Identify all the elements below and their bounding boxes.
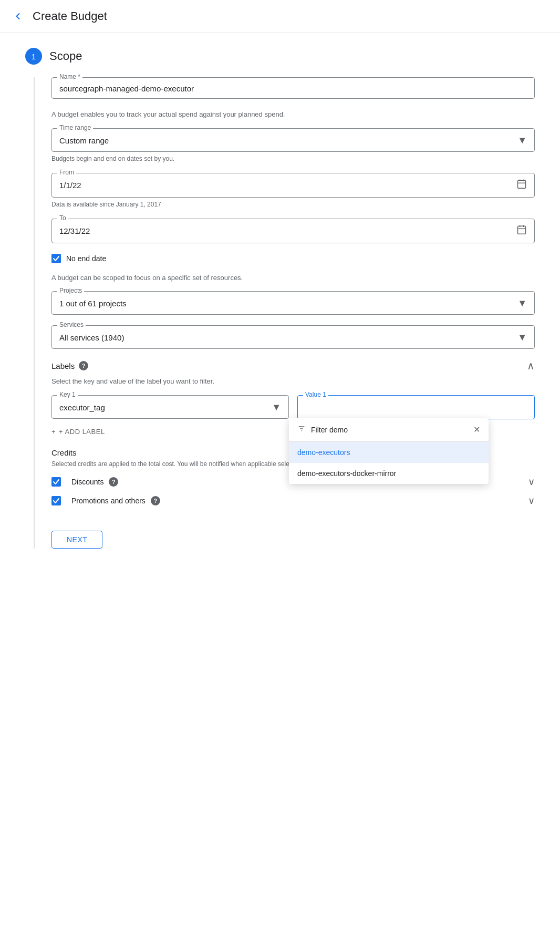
key1-arrow-icon: ▼ — [272, 402, 281, 413]
next-button[interactable]: NEXT — [51, 531, 102, 549]
promotions-label: Promotions and others — [71, 497, 146, 505]
back-button[interactable] — [13, 11, 23, 22]
to-date-field[interactable]: To 12/31/22 — [51, 219, 535, 243]
svg-rect-4 — [518, 226, 526, 234]
discounts-checkbox[interactable] — [51, 477, 61, 487]
section-heading: 1 Scope — [25, 48, 535, 65]
services-select[interactable]: All services (1940) ▼ — [59, 332, 527, 343]
projects-field[interactable]: Projects 1 out of 61 projects ▼ — [51, 291, 535, 315]
services-field-group: Services All services (1940) ▼ — [51, 325, 535, 349]
page-title: Create Budget — [33, 9, 107, 23]
page-header: Create Budget — [0, 0, 560, 33]
services-label: Services — [57, 321, 86, 328]
from-date-field[interactable]: From 1/1/22 — [51, 173, 535, 198]
no-end-date-label: No end date — [66, 254, 106, 263]
value-field: Value 1 — [297, 395, 535, 419]
time-range-hint: Budgets begin and end on dates set by yo… — [51, 155, 535, 162]
time-range-field[interactable]: Time range Custom range ▼ — [51, 128, 535, 152]
time-range-field-group: Time range Custom range ▼ Budgets begin … — [51, 128, 535, 162]
key-value-row: Key 1 executor_tag ▼ Value 1 — [51, 395, 535, 419]
from-hint: Data is available since January 1, 2017 — [51, 201, 535, 208]
key-field: Key 1 executor_tag ▼ — [51, 395, 289, 419]
discounts-label: Discounts — [71, 478, 103, 486]
projects-arrow-icon: ▼ — [517, 298, 527, 309]
name-field[interactable]: Name * sourcegraph-managed-demo-executor — [51, 77, 535, 99]
form-section: Name * sourcegraph-managed-demo-executor… — [34, 77, 535, 549]
filter-clear-icon[interactable]: ✕ — [473, 425, 480, 435]
to-calendar-icon — [516, 224, 527, 238]
discounts-help-icon[interactable]: ? — [109, 477, 118, 487]
time-range-label: Time range — [57, 124, 93, 131]
no-end-date-row[interactable]: No end date — [51, 254, 535, 263]
projects-value: 1 out of 61 projects — [59, 299, 127, 308]
from-field-group: From 1/1/22 Data is available since Janu… — [51, 173, 535, 208]
discounts-left: Discounts ? — [51, 477, 118, 487]
projects-label: Projects — [57, 287, 84, 294]
no-end-date-checkbox[interactable] — [51, 254, 61, 263]
dropdown-item-0[interactable]: demo-executors — [289, 442, 489, 463]
from-label: From — [57, 169, 76, 176]
filter-input[interactable] — [311, 426, 468, 434]
add-label-text: + ADD LABEL — [59, 428, 105, 436]
add-label-plus-icon: + — [51, 428, 56, 436]
value1-label: Value 1 — [303, 391, 328, 398]
to-field-group: To 12/31/22 — [51, 219, 535, 243]
projects-select[interactable]: 1 out of 61 projects ▼ — [59, 298, 527, 309]
promotions-row: Promotions and others ? ∨ — [51, 495, 535, 507]
time-range-value: Custom range — [59, 136, 109, 145]
labels-help-icon[interactable]: ? — [79, 361, 88, 370]
labels-left: Labels ? — [51, 361, 88, 370]
key1-field[interactable]: Key 1 executor_tag ▼ — [51, 395, 289, 419]
key1-value: executor_tag — [59, 403, 105, 412]
services-value: All services (1940) — [59, 333, 124, 342]
promotions-checkbox[interactable] — [51, 496, 61, 505]
labels-title: Labels — [51, 362, 75, 370]
services-arrow-icon: ▼ — [517, 332, 527, 343]
to-value: 12/31/22 — [59, 226, 90, 235]
name-field-group: Name * sourcegraph-managed-demo-executor — [51, 77, 535, 99]
filter-row: ✕ — [289, 418, 489, 442]
from-calendar-icon — [516, 179, 527, 192]
key1-select[interactable]: executor_tag ▼ — [59, 402, 281, 413]
scope-description: A budget can be scoped to focus on a spe… — [51, 273, 535, 283]
time-range-arrow-icon: ▼ — [517, 135, 527, 146]
svg-rect-0 — [518, 180, 526, 188]
filter-icon — [297, 425, 306, 435]
labels-description: Select the key and value of the label yo… — [51, 376, 535, 387]
discounts-chevron-icon[interactable]: ∨ — [528, 476, 535, 488]
promotions-left: Promotions and others ? — [51, 496, 160, 505]
promotions-chevron-icon[interactable]: ∨ — [528, 495, 535, 507]
step-badge: 1 — [25, 48, 42, 65]
promotions-help-icon[interactable]: ? — [151, 496, 160, 505]
services-field[interactable]: Services All services (1940) ▼ — [51, 325, 535, 349]
labels-header: Labels ? ∧ — [51, 359, 535, 372]
dropdown-item-1[interactable]: demo-executors-docker-mirror — [289, 463, 489, 484]
main-content: 1 Scope Name * sourcegraph-managed-demo-… — [0, 33, 560, 580]
name-label: Name * — [57, 73, 82, 80]
add-label-button[interactable]: + + ADD LABEL — [51, 428, 105, 436]
budget-description: A budget enables you to track your actua… — [51, 109, 535, 120]
value1-field[interactable]: Value 1 — [297, 395, 535, 419]
labels-collapse-icon[interactable]: ∧ — [527, 359, 535, 372]
to-label: To — [57, 214, 68, 222]
time-range-select[interactable]: Custom range ▼ — [59, 135, 527, 146]
projects-field-group: Projects 1 out of 61 projects ▼ — [51, 291, 535, 315]
key1-label: Key 1 — [57, 391, 78, 398]
section-title: Scope — [49, 49, 82, 63]
name-value: sourcegraph-managed-demo-executor — [59, 84, 194, 93]
from-value: 1/1/22 — [59, 181, 81, 190]
filter-dropdown: ✕ demo-executors demo-executors-docker-m… — [289, 418, 489, 484]
